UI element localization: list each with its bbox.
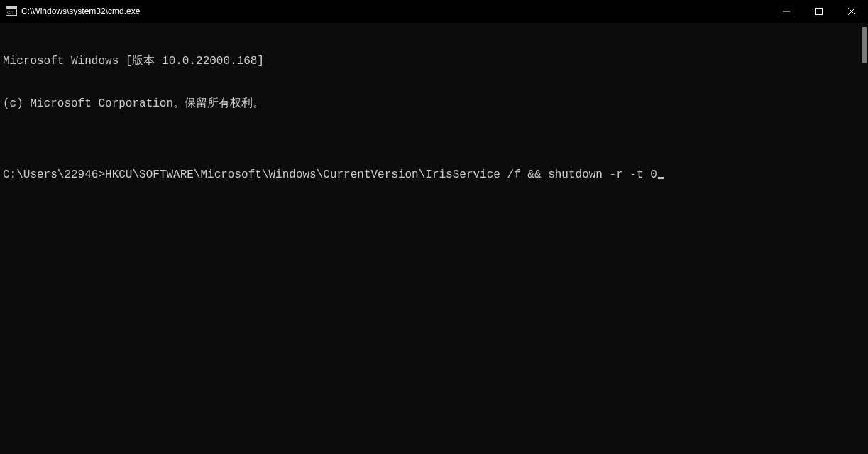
terminal-command: HKCU\SOFTWARE\Microsoft\Windows\CurrentV… <box>105 168 657 181</box>
minimize-button[interactable] <box>770 0 803 23</box>
scrollbar-track[interactable] <box>857 23 868 454</box>
window-title: C:\Windows\system32\cmd.exe <box>21 6 140 16</box>
scrollbar-thumb[interactable] <box>862 27 867 63</box>
terminal-line-version: Microsoft Windows [版本 10.0.22000.168] <box>3 54 865 68</box>
maximize-button[interactable] <box>803 0 835 23</box>
titlebar[interactable]: C:\ C:\Windows\system32\cmd.exe <box>0 0 868 23</box>
terminal-cursor <box>658 177 664 179</box>
cmd-window: C:\ C:\Windows\system32\cmd.exe Microsof… <box>0 0 868 454</box>
cmd-icon: C:\ <box>6 6 17 17</box>
terminal-prompt: C:\Users\22946> <box>3 168 105 181</box>
terminal-prompt-line: C:\Users\22946>HKCU\SOFTWARE\Microsoft\W… <box>3 168 865 182</box>
svg-rect-4 <box>816 9 823 15</box>
close-button[interactable] <box>835 0 868 23</box>
window-controls <box>770 0 868 23</box>
svg-rect-1 <box>6 7 17 9</box>
terminal-area[interactable]: Microsoft Windows [版本 10.0.22000.168] (c… <box>0 23 868 454</box>
terminal-line-copyright: (c) Microsoft Corporation。保留所有权利。 <box>3 97 865 111</box>
svg-text:C:\: C:\ <box>7 10 13 16</box>
